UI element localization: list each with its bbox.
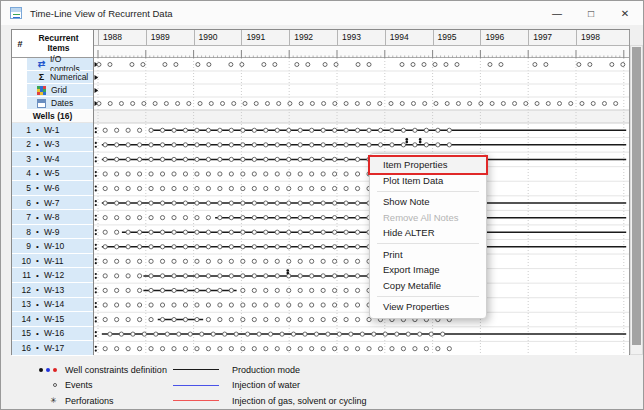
menu-item-show-note[interactable]: Show Note	[370, 194, 486, 210]
well-row-w-7[interactable]: 6•W-7	[12, 196, 93, 211]
category-row-stub	[12, 97, 27, 109]
well-name: W-6	[44, 183, 93, 193]
well-name: W-17	[44, 343, 93, 353]
well-bullet-icon: •	[31, 227, 44, 236]
legend-row: ✳PerforationsInjection of gas, solvent o…	[21, 395, 644, 406]
well-bullet-icon: •	[31, 213, 44, 222]
well-bullet-icon: •	[31, 242, 44, 251]
legend-label: Injection of water	[232, 380, 300, 390]
star-marker-icon: ✳	[21, 397, 57, 405]
menu-item-plot-item-data[interactable]: Plot Item Data	[370, 173, 486, 189]
legend-row: Well constraints definitionProduction mo…	[21, 364, 644, 375]
well-index: 9	[12, 241, 31, 251]
well-name: W-5	[44, 168, 93, 178]
well-row-w-16[interactable]: 15•W-16	[12, 327, 93, 342]
well-row-w-3[interactable]: 2•W-3	[12, 138, 93, 153]
scrollbar-thumb[interactable]	[632, 47, 641, 345]
well-row-w-10[interactable]: 9•W-10	[12, 239, 93, 254]
well-bullet-icon: •	[31, 154, 44, 163]
well-row-w-12[interactable]: 11•W-12	[12, 268, 93, 283]
category-cell: ΣNumerical	[27, 71, 93, 83]
year-label: 1995	[433, 30, 481, 45]
well-name: W-3	[44, 139, 93, 149]
title-bar: Time-Line View of Recurrent Data —□✕	[1, 1, 643, 25]
menu-item-hide-alter[interactable]: Hide ALTER	[370, 225, 486, 241]
well-row-w-1[interactable]: 1•W-1	[12, 123, 93, 138]
well-row-w-6[interactable]: 5•W-6	[12, 181, 93, 196]
legend-label: Events	[65, 380, 173, 390]
well-index: 2	[12, 139, 31, 149]
vertical-scrollbar[interactable]	[630, 45, 643, 355]
items-panel: # Recurrent Items ⇄I/O controlsΣNumerica…	[12, 30, 94, 354]
menu-separator	[377, 243, 479, 244]
maximize-button[interactable]: □	[574, 1, 608, 25]
well-bullet-icon: •	[31, 271, 44, 280]
category-row-i-o-controls[interactable]: ⇄I/O controls	[12, 58, 93, 71]
category-cell: Grid	[27, 84, 93, 96]
well-name: W-11	[44, 256, 93, 266]
category-label: Dates	[51, 98, 73, 108]
well-row-w-9[interactable]: 8•W-9	[12, 225, 93, 240]
menu-item-print[interactable]: Print	[370, 247, 486, 263]
minimize-button[interactable]: —	[540, 1, 574, 25]
close-button[interactable]: ✕	[608, 1, 642, 25]
well-row-w-4[interactable]: 3•W-4	[12, 152, 93, 167]
well-row-w-8[interactable]: 7•W-8	[12, 210, 93, 225]
timeline-chart: 1988198919901991199219931994199519961997…	[94, 30, 630, 354]
well-rows: 1•W-12•W-33•W-44•W-55•W-66•W-77•W-88•W-9…	[12, 123, 93, 356]
recurrent-items-header: Recurrent Items	[28, 34, 93, 54]
timeline-window: Time-Line View of Recurrent Data —□✕ # R…	[0, 0, 644, 410]
well-bullet-icon: •	[31, 343, 44, 352]
well-row-w-14[interactable]: 13•W-14	[12, 298, 93, 313]
category-row-dates[interactable]: Dates	[12, 97, 93, 110]
well-index: 3	[12, 154, 31, 164]
category-row-grid[interactable]: Grid	[12, 84, 93, 97]
tick-ruler	[94, 46, 629, 58]
app-icon	[10, 7, 22, 19]
three-dots-marker-icon	[21, 368, 57, 372]
gas-line-sample	[173, 400, 219, 401]
well-row-w-11[interactable]: 10•W-11	[12, 254, 93, 269]
category-row-stub	[12, 84, 27, 96]
category-row-stub	[12, 71, 27, 83]
window-controls: —□✕	[540, 1, 642, 25]
year-label: 1991	[241, 30, 289, 45]
menu-item-view-properties[interactable]: View Properties	[370, 299, 486, 315]
legend-label: Injection of gas, solvent or cycling	[232, 396, 367, 406]
category-rows: ⇄I/O controlsΣNumericalGridDates	[12, 58, 93, 110]
year-label: 1998	[576, 30, 624, 45]
recurrent-data-table: # Recurrent Items ⇄I/O controlsΣNumerica…	[11, 29, 630, 355]
well-index: 13	[12, 299, 31, 309]
legend-label: Well constraints definition	[65, 365, 173, 375]
menu-item-remove-all-notes: Remove All Notes	[370, 210, 486, 226]
well-row-w-5[interactable]: 4•W-5	[12, 167, 93, 182]
category-row-numerical[interactable]: ΣNumerical	[12, 71, 93, 84]
well-name: W-4	[44, 154, 93, 164]
year-label: 1992	[289, 30, 337, 45]
wells-group-header[interactable]: Wells (16)	[12, 110, 93, 123]
well-bullet-icon: •	[31, 140, 44, 149]
well-name: W-8	[44, 212, 93, 222]
well-bullet-icon: •	[31, 256, 44, 265]
year-label: 1997	[528, 30, 576, 45]
menu-item-item-properties[interactable]: Item Properties	[370, 157, 486, 173]
timeline-rows-area[interactable]	[94, 58, 629, 355]
legend: Well constraints definitionProduction mo…	[1, 358, 644, 406]
well-bullet-icon: •	[31, 125, 44, 134]
well-index: 11	[12, 270, 31, 280]
category-label: Numerical	[50, 72, 88, 82]
year-axis: 1988198919901991199219931994199519961997…	[94, 30, 629, 46]
well-row-w-15[interactable]: 14•W-15	[12, 312, 93, 327]
well-row-w-17[interactable]: 16•W-17	[12, 341, 93, 356]
water-line-sample	[173, 385, 219, 386]
well-index: 10	[12, 256, 31, 266]
year-label: 1988	[98, 30, 146, 45]
year-label: 1990	[194, 30, 242, 45]
well-index: 4	[12, 168, 31, 178]
well-name: W-13	[44, 285, 93, 295]
well-row-w-13[interactable]: 12•W-13	[12, 283, 93, 298]
menu-item-copy-metafile[interactable]: Copy Metafile	[370, 278, 486, 294]
menu-item-export-image[interactable]: Export Image	[370, 262, 486, 278]
year-label: 1996	[480, 30, 528, 45]
menu-separator	[377, 191, 479, 192]
